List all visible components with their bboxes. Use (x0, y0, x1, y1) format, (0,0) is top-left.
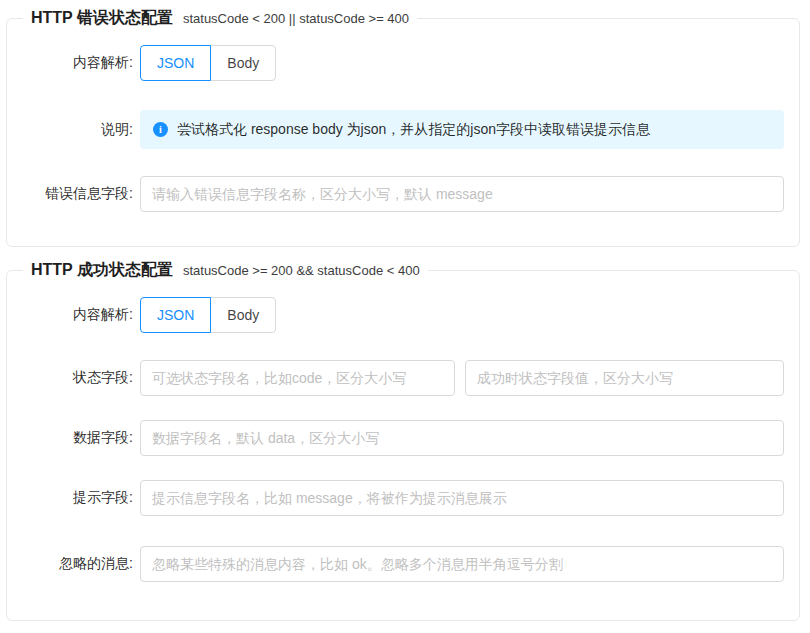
success-parse-row: 内容解析: JSON Body (7, 297, 784, 333)
success-message-field-row: 提示字段: (7, 480, 784, 516)
success-parse-option-json[interactable]: JSON (140, 297, 211, 333)
error-parse-label: 内容解析: (7, 54, 133, 72)
success-status-field-name-input[interactable] (140, 360, 455, 396)
success-message-field-label: 提示字段: (7, 489, 133, 507)
success-ignore-field-row: 忽略的消息: (7, 546, 784, 582)
http-success-status-section: HTTP 成功状态配置 statusCode >= 200 && statusC… (6, 260, 800, 621)
success-data-field-label: 数据字段: (7, 429, 133, 447)
error-section-header: HTTP 错误状态配置 statusCode < 200 || statusCo… (23, 8, 417, 29)
success-status-field-row: 状态字段: (7, 360, 784, 396)
http-error-status-section: HTTP 错误状态配置 statusCode < 200 || statusCo… (6, 8, 800, 247)
success-section-header: HTTP 成功状态配置 statusCode >= 200 && statusC… (23, 260, 428, 281)
success-parse-label: 内容解析: (7, 306, 133, 324)
error-message-field-input[interactable] (140, 176, 784, 212)
success-ignore-field-label: 忽略的消息: (7, 555, 133, 573)
error-parse-row: 内容解析: JSON Body (7, 45, 784, 81)
error-note-label: 说明: (7, 121, 133, 139)
success-data-field-input[interactable] (140, 420, 784, 456)
success-status-field-label: 状态字段: (7, 369, 133, 387)
success-data-field-row: 数据字段: (7, 420, 784, 456)
success-ignore-field-input[interactable] (140, 546, 784, 582)
success-section-condition: statusCode >= 200 && statusCode < 400 (183, 263, 420, 278)
success-message-field-input[interactable] (140, 480, 784, 516)
error-section-condition: statusCode < 200 || statusCode >= 400 (183, 11, 409, 26)
error-parse-option-body[interactable]: Body (210, 45, 276, 81)
error-message-field-label: 错误信息字段: (7, 185, 133, 203)
error-note-row: 说明: i 尝试格式化 response body 为json，并从指定的jso… (7, 110, 784, 149)
success-parse-option-body[interactable]: Body (210, 297, 276, 333)
error-message-field-row: 错误信息字段: (7, 176, 784, 212)
error-section-title: HTTP 错误状态配置 (31, 8, 173, 29)
error-note-text: 尝试格式化 response body 为json，并从指定的json字段中读取… (177, 121, 650, 137)
error-parse-option-json[interactable]: JSON (140, 45, 211, 81)
info-circle-icon: i (153, 122, 168, 137)
error-parse-radio-group: JSON Body (140, 45, 276, 81)
error-note-alert: i 尝试格式化 response body 为json，并从指定的json字段中… (140, 110, 784, 149)
success-parse-radio-group: JSON Body (140, 297, 276, 333)
success-status-field-value-input[interactable] (465, 360, 784, 396)
success-section-title: HTTP 成功状态配置 (31, 260, 173, 281)
